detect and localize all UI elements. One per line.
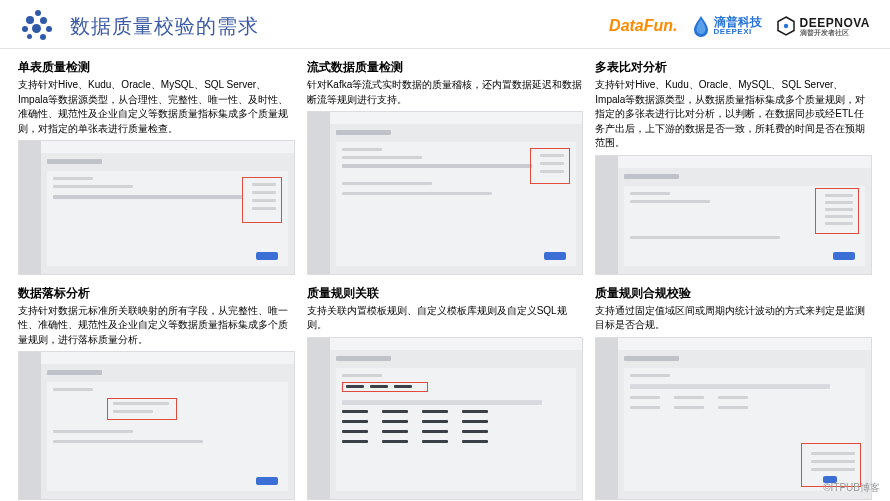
slide-header: 数据质量校验的需求 DataFun. 滴普科技 DEEPEXI DEEPNOVA… <box>0 0 890 49</box>
page-title: 数据质量校验的需求 <box>70 13 259 40</box>
screenshot-thumbnail <box>595 337 872 501</box>
card-desc: 支持针对Hive、Kudu、Oracle、MySQL、SQL Server、Im… <box>595 78 872 151</box>
card-desc: 支持通过固定值域区间或周期内统计波动的方式来判定是监测目标是否合规。 <box>595 304 872 333</box>
card-single-table: 单表质量检测 支持针对Hive、Kudu、Oracle、MySQL、SQL Se… <box>18 59 295 275</box>
card-stream: 流式数据质量检测 针对Kafka等流式实时数据的质量稽核，还内置数据延迟和数据断… <box>307 59 584 275</box>
feature-grid: 单表质量检测 支持针对Hive、Kudu、Oracle、MySQL、SQL Se… <box>0 49 890 501</box>
card-desc: 针对Kafka等流式实时数据的质量稽核，还内置数据延迟和数据断流等规则进行支持。 <box>307 78 584 107</box>
card-title: 流式数据质量检测 <box>307 59 584 76</box>
watermark: ©ITPUB博客 <box>823 481 880 495</box>
screenshot-thumbnail <box>18 140 295 275</box>
svg-point-0 <box>783 24 787 28</box>
header-right: DataFun. 滴普科技 DEEPEXI DEEPNOVA 滴普开发者社区 <box>609 15 870 37</box>
deepexi-logo: 滴普科技 DEEPEXI <box>692 15 762 37</box>
card-standard: 数据落标分析 支持针对数据元标准所关联映射的所有字段，从完整性、唯一性、准确性、… <box>18 285 295 501</box>
screenshot-thumbnail <box>307 111 584 275</box>
card-compliance: 质量规则合规校验 支持通过固定值域区间或周期内统计波动的方式来判定是监测目标是否… <box>595 285 872 501</box>
card-title: 单表质量检测 <box>18 59 295 76</box>
card-desc: 支持关联内置模板规则、自定义模板库规则及自定义SQL规则。 <box>307 304 584 333</box>
card-rule-link: 质量规则关联 支持关联内置模板规则、自定义模板库规则及自定义SQL规则。 <box>307 285 584 501</box>
deepnova-logo: DEEPNOVA 滴普开发者社区 <box>776 16 870 36</box>
deepnova-cn: 滴普开发者社区 <box>800 29 870 36</box>
card-desc: 支持针对Hive、Kudu、Oracle、MySQL、SQL Server、Im… <box>18 78 295 136</box>
header-left: 数据质量校验的需求 <box>20 8 259 44</box>
hex-icon <box>776 16 796 36</box>
card-title: 多表比对分析 <box>595 59 872 76</box>
screenshot-thumbnail <box>18 351 295 500</box>
dots-cluster-icon <box>20 8 56 44</box>
datafun-logo: DataFun. <box>609 17 677 35</box>
screenshot-thumbnail <box>307 337 584 501</box>
card-title: 质量规则关联 <box>307 285 584 302</box>
deepexi-en: DEEPEXI <box>714 28 762 36</box>
card-multi-table: 多表比对分析 支持针对Hive、Kudu、Oracle、MySQL、SQL Se… <box>595 59 872 275</box>
deepnova-en: DEEPNOVA <box>800 17 870 29</box>
card-title: 数据落标分析 <box>18 285 295 302</box>
screenshot-thumbnail <box>595 155 872 275</box>
card-desc: 支持针对数据元标准所关联映射的所有字段，从完整性、唯一性、准确性、规范性及企业自… <box>18 304 295 348</box>
card-title: 质量规则合规校验 <box>595 285 872 302</box>
droplet-icon <box>692 15 710 37</box>
